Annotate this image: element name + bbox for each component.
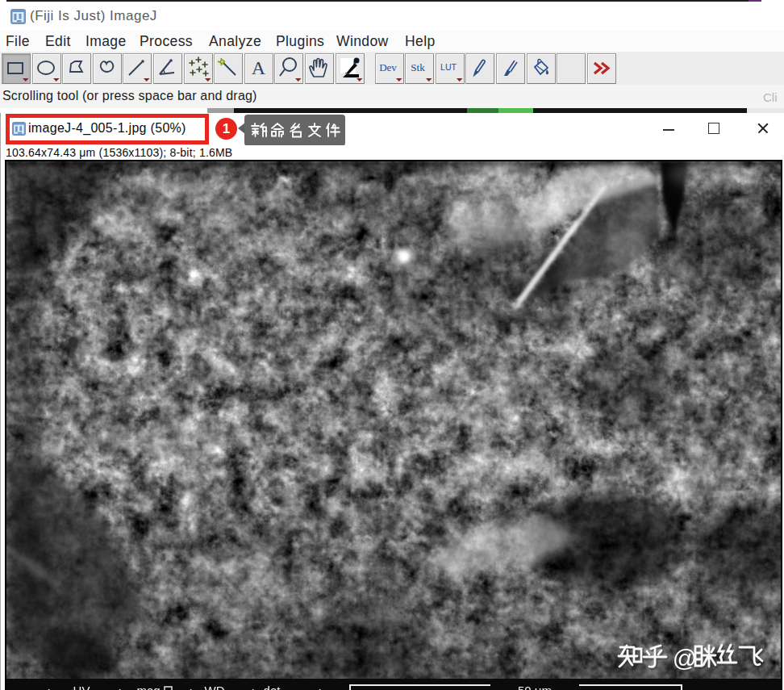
svg-text:Dev: Dev <box>379 61 397 73</box>
svg-text:WD: WD <box>205 684 225 690</box>
svg-text:HV: HV <box>73 684 90 690</box>
svg-text:A: A <box>252 57 266 78</box>
svg-text:50 μm: 50 μm <box>518 684 552 690</box>
svg-text:det: det <box>264 684 281 690</box>
svg-text:Stk: Stk <box>411 61 425 73</box>
svg-text:LUT: LUT <box>440 62 457 72</box>
svg-text:mag: mag <box>136 684 160 690</box>
svg-text:@: @ <box>673 645 697 671</box>
